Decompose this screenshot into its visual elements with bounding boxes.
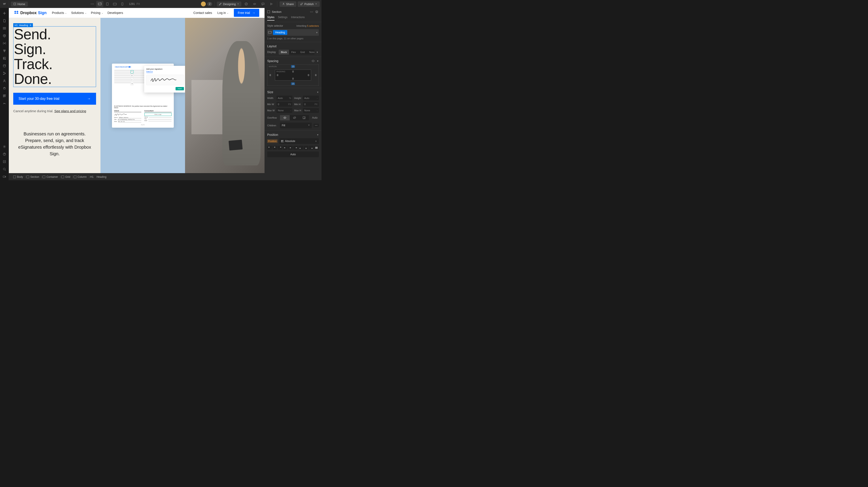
padding-left-input[interactable]: 0 (277, 74, 278, 77)
display-block[interactable]: Block (279, 50, 289, 55)
share-button[interactable]: Share (280, 1, 297, 7)
selection-label[interactable]: H1 Heading (13, 23, 33, 27)
margin-top-input[interactable]: 15 (291, 65, 295, 68)
apps-icon[interactable] (1, 92, 8, 99)
signature-overlay-subtitle[interactable]: Draw it in (146, 71, 153, 73)
login-dropdown[interactable]: Log in⌄ (217, 11, 228, 14)
crumb-grid[interactable]: Grid (60, 175, 72, 179)
insert-button[interactable]: Insert (176, 87, 184, 90)
margin-left-input[interactable]: 0 (270, 74, 271, 77)
children-select[interactable]: Fill▼ (280, 123, 312, 128)
crumb-heading[interactable]: H1 Heading (88, 175, 108, 179)
canvas[interactable]: Dropbox Sign Products⌄ Solutions⌄ Pricin… (9, 8, 265, 173)
canvas-width-display[interactable]: 1291 PX (129, 2, 140, 5)
padding-right-input[interactable]: 0 (308, 74, 309, 77)
publish-button[interactable]: Publish ▼ (298, 1, 320, 7)
logic-icon[interactable] (1, 70, 8, 77)
tab-settings[interactable]: Settings (278, 16, 287, 21)
anchor-tl[interactable] (267, 146, 272, 150)
chevron-down-icon[interactable]: ▼ (317, 91, 319, 93)
nav-item-pricing[interactable]: Pricing⌄ (91, 11, 103, 14)
checklist-icon[interactable] (1, 158, 8, 165)
hero-heading[interactable]: Send. Sign. Track. Done. (14, 27, 95, 86)
width-input[interactable]: Auto% (276, 96, 292, 100)
margin-bottom-input[interactable]: 15 (291, 82, 295, 85)
margin-right-input[interactable]: 0 (315, 74, 316, 77)
anchor-tr[interactable] (278, 146, 282, 150)
create-component-icon[interactable] (315, 10, 319, 13)
spacing-box-model[interactable]: MARGIN 15 0 0 15 PADDING 0 0 0 0 (267, 64, 319, 86)
cms-icon[interactable] (1, 62, 8, 69)
anchor-mc[interactable] (288, 146, 293, 150)
contact-sales-link[interactable]: Contact sales (193, 11, 212, 14)
users-icon[interactable] (1, 77, 8, 84)
pages-icon[interactable] (1, 17, 8, 24)
styles-icon[interactable] (1, 47, 8, 54)
more-icon[interactable] (310, 11, 314, 12)
start-trial-button[interactable]: Start your 30-day free trial → (13, 93, 96, 105)
video-icon[interactable] (1, 173, 8, 180)
minw-input[interactable]: 0PX (276, 102, 292, 107)
crumb-container[interactable]: Container (41, 175, 60, 179)
comment-icon[interactable] (259, 1, 267, 7)
site-logo[interactable]: Dropbox Sign (14, 10, 46, 15)
height-input[interactable]: Auto- (303, 96, 319, 100)
user-avatar[interactable] (201, 2, 206, 6)
code-icon[interactable] (251, 1, 258, 7)
home-button[interactable]: Home (11, 2, 28, 7)
maxw-input[interactable]: None- (276, 108, 292, 113)
help-icon[interactable] (1, 151, 8, 158)
clock-icon[interactable]: ◷ (130, 82, 133, 85)
overflow-scroll-icon[interactable] (300, 115, 309, 120)
mode-dropdown[interactable]: Designing ▼ (217, 2, 241, 7)
search-icon[interactable] (1, 165, 8, 173)
class-selector-input[interactable]: Heading ▼ (267, 29, 319, 36)
minh-input[interactable]: 0PX (303, 102, 319, 107)
free-trial-button[interactable]: Free trial→ (234, 9, 259, 17)
selected-element-outline[interactable]: Send. Sign. Track. Done. (13, 26, 96, 87)
upload-icon[interactable]: ▭ (130, 78, 133, 81)
add-icon[interactable] (1, 10, 8, 17)
more-icon[interactable] (314, 124, 319, 127)
anchor-ml[interactable] (283, 146, 288, 150)
draw-icon[interactable]: ✎ (130, 70, 133, 73)
crumb-body[interactable]: Body (11, 175, 25, 179)
variables-icon[interactable] (1, 40, 8, 47)
breakpoint-landscape-icon[interactable] (111, 1, 118, 7)
breakpoint-desktop-icon[interactable] (96, 1, 103, 7)
signature-canvas[interactable] (146, 75, 184, 85)
maxh-input[interactable]: None- (303, 108, 319, 113)
position-auto-button[interactable]: Auto (267, 152, 319, 157)
components-icon[interactable] (1, 32, 8, 39)
display-flex[interactable]: Flex (289, 50, 298, 55)
overflow-auto[interactable]: Auto (311, 116, 319, 119)
type-icon[interactable]: A (130, 74, 133, 77)
breakpoint-mobile-icon[interactable] (119, 1, 126, 7)
spacing-mode-icon[interactable] (311, 60, 315, 62)
anchor-bc[interactable] (304, 146, 308, 150)
anchor-mr[interactable] (293, 146, 298, 150)
padding-top-input[interactable]: 0 (292, 70, 294, 73)
settings-icon[interactable] (1, 143, 8, 150)
nav-item-solutions[interactable]: Solutions⌄ (71, 11, 87, 14)
check-icon[interactable] (243, 1, 250, 7)
nav-item-developers[interactable]: Developers (107, 11, 123, 14)
chevron-down-icon[interactable]: ▼ (317, 133, 319, 136)
chevron-down-icon[interactable]: ▼ (316, 31, 318, 34)
padding-bottom-input[interactable]: 0 (292, 77, 294, 80)
anchor-br[interactable] (309, 146, 314, 150)
anchor-bl[interactable] (299, 146, 303, 150)
webflow-logo-icon[interactable] (2, 1, 7, 7)
user-count-badge[interactable]: 2 (207, 2, 212, 6)
display-grid[interactable]: Grid (298, 50, 307, 55)
preview-icon[interactable] (268, 1, 275, 7)
crumb-column[interactable]: Column (72, 175, 88, 179)
see-plans-link[interactable]: See plans and pricing (54, 109, 86, 113)
more-icon[interactable] (89, 1, 96, 7)
chevron-down-icon[interactable]: ▼ (317, 60, 319, 62)
class-tag[interactable]: Heading (273, 30, 287, 35)
assets-icon[interactable] (1, 55, 8, 62)
inheriting-link[interactable]: 5 selectors (307, 25, 319, 27)
chevron-down-icon[interactable]: ▼ (316, 51, 319, 54)
overflow-visible-icon[interactable] (280, 115, 290, 120)
